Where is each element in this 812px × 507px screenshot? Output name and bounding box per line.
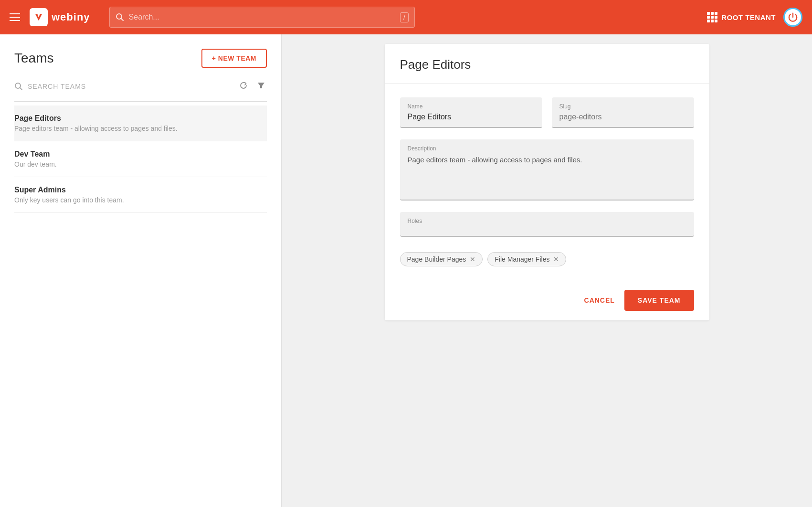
sidebar-header: Teams + NEW TEAM [14, 49, 267, 68]
detail-panel: Page Editors Name Slug Description [282, 34, 812, 507]
tenant-label: ROOT TENANT [721, 13, 776, 21]
tenant-selector[interactable]: ROOT TENANT [707, 12, 776, 22]
tenant-grid-icon [707, 12, 717, 22]
role-tag-remove-icon[interactable]: ✕ [470, 255, 475, 263]
save-team-button[interactable]: SAVE TEAM [624, 290, 694, 311]
search-teams-input[interactable] [28, 83, 232, 90]
filter-icon [257, 82, 265, 89]
roles-block: Roles [400, 212, 694, 237]
sidebar-title: Teams [14, 51, 53, 66]
team-list: Page Editors Page editors team - allowin… [14, 106, 267, 507]
search-shortcut-badge: / [400, 12, 409, 22]
role-tag[interactable]: File Manager Files ✕ [487, 252, 566, 266]
logo-icon [30, 8, 48, 26]
power-button[interactable] [783, 8, 802, 27]
description-text[interactable]: Page editors team - allowing access to p… [408, 156, 686, 194]
filter-button[interactable] [255, 80, 267, 93]
teams-sidebar: Teams + NEW TEAM [0, 34, 282, 507]
slug-label: Slug [559, 103, 686, 110]
detail-card-footer: CANCEL SAVE TEAM [385, 280, 709, 320]
team-detail-card: Page Editors Name Slug Description [385, 44, 709, 320]
cancel-button[interactable]: CANCEL [584, 291, 615, 310]
global-search-input[interactable] [129, 13, 395, 21]
name-input[interactable] [408, 113, 535, 121]
description-block: Description Page editors team - allowing… [400, 139, 694, 201]
name-label: Name [408, 103, 535, 110]
slug-field: Slug [552, 97, 694, 128]
menu-icon[interactable] [10, 13, 20, 21]
roles-tags: Page Builder Pages ✕ File Manager Files … [400, 248, 694, 266]
svg-line-6 [20, 88, 22, 90]
search-teams-bar [14, 79, 267, 102]
global-search-bar[interactable]: / [109, 7, 415, 28]
detail-card-header: Page Editors [385, 44, 709, 84]
power-icon [788, 12, 798, 22]
roles-label: Roles [408, 218, 686, 224]
logo-text: webiny [52, 11, 90, 23]
team-item[interactable]: Dev Team Our dev team. [14, 141, 267, 177]
new-team-button[interactable]: + NEW TEAM [201, 49, 267, 68]
slug-input[interactable] [559, 113, 686, 121]
detail-card-body: Name Slug Description Page editors team … [385, 84, 709, 280]
role-tag-label: File Manager Files [495, 255, 549, 263]
svg-line-4 [121, 19, 123, 21]
search-tools [237, 79, 267, 94]
team-item[interactable]: Page Editors Page editors team - allowin… [14, 106, 267, 141]
role-tag-label: Page Builder Pages [407, 255, 466, 263]
name-slug-row: Name Slug [400, 97, 694, 128]
role-tag[interactable]: Page Builder Pages ✕ [400, 252, 483, 266]
team-item[interactable]: Super Admins Only key users can go into … [14, 177, 267, 213]
header-right: ROOT TENANT [707, 8, 802, 27]
app-header: webiny / ROOT TENANT [0, 0, 812, 34]
name-field: Name [400, 97, 542, 128]
search-icon [116, 13, 124, 21]
logo-area: webiny [30, 8, 90, 26]
refresh-button[interactable] [237, 79, 250, 94]
role-tag-remove-icon[interactable]: ✕ [553, 255, 559, 263]
description-label: Description [408, 145, 686, 152]
svg-marker-7 [258, 83, 264, 88]
detail-title: Page Editors [400, 57, 694, 72]
refresh-icon [239, 81, 248, 90]
main-layout: Teams + NEW TEAM [0, 34, 812, 507]
search-teams-icon [14, 82, 23, 91]
